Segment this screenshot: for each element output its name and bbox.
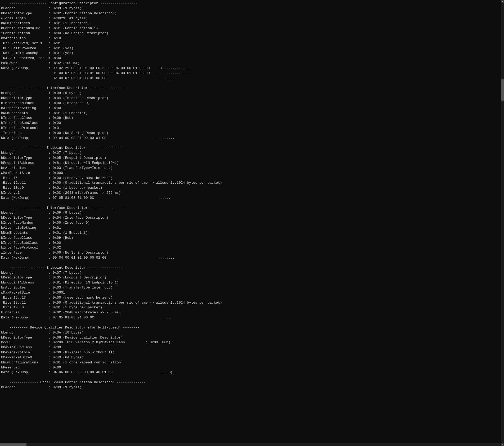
terminal-content: ------------------ Configuration Descrip… bbox=[1, 1, 502, 390]
scrollbar-thumb[interactable] bbox=[501, 79, 504, 101]
terminal-window: ------------------ Configuration Descrip… bbox=[0, 0, 504, 446]
scrollbar-arrow-down[interactable]: ▼ bbox=[501, 443, 504, 446]
vertical-scrollbar[interactable]: ▲ ▼ bbox=[501, 0, 504, 446]
horizontal-scrollbar[interactable] bbox=[0, 443, 501, 446]
scrollbar-arrow-up[interactable]: ▲ bbox=[501, 0, 504, 3]
h-scrollbar-thumb[interactable] bbox=[0, 443, 26, 446]
